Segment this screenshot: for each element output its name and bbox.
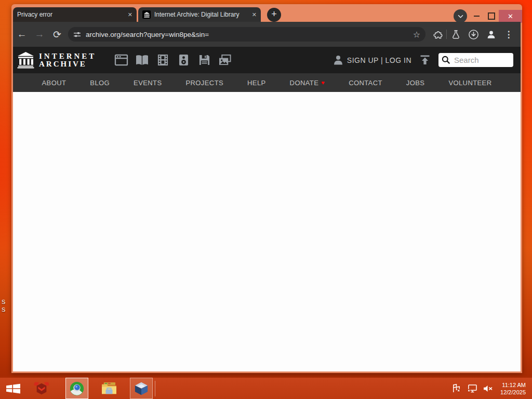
- site-settings-icon[interactable]: [73, 31, 81, 38]
- internet-archive-header: INTERNET ARCHIVE: [13, 47, 521, 73]
- ia-nav-bar: ABOUT BLOG EVENTS PROJECTS HELP DONATE♥ …: [13, 73, 521, 92]
- windows-logo-icon: [6, 382, 21, 395]
- maximize-button[interactable]: [488, 12, 495, 20]
- tab-close-icon[interactable]: ✕: [128, 11, 132, 18]
- nav-donate[interactable]: DONATE♥: [290, 79, 325, 87]
- tab-privacy-error[interactable]: Privacy error ✕: [13, 7, 137, 22]
- chevron-down-icon: [458, 15, 463, 18]
- profile-icon[interactable]: [482, 30, 500, 39]
- internet-archive-favicon: [142, 10, 151, 19]
- virtualbox-icon[interactable]: [130, 378, 153, 399]
- tab-title: Privacy error: [17, 11, 125, 18]
- nav-help[interactable]: HELP: [247, 79, 266, 87]
- minimize-button[interactable]: [474, 16, 480, 17]
- ia-header-right: SIGN UP | LOG IN: [334, 53, 513, 67]
- tab-internet-archive[interactable]: Internet Archive: Digital Library ✕: [138, 7, 261, 22]
- desktop: S S Privacy error ✕ Internet Archive: Di…: [0, 0, 532, 399]
- heart-icon: ♥: [321, 79, 325, 86]
- back-icon[interactable]: ←: [13, 29, 31, 40]
- nav-about[interactable]: ABOUT: [42, 79, 66, 87]
- address-bar[interactable]: archive.org/search?query=win8pe&sin= ☆: [68, 27, 425, 42]
- internet-archive-logo-icon: [17, 51, 34, 69]
- media-type-icons: [111, 54, 235, 66]
- nav-jobs[interactable]: JOBS: [406, 79, 425, 87]
- desktop-icon-label-fragment: S: [2, 307, 5, 313]
- tab-search-button[interactable]: [454, 9, 467, 23]
- clock-date: 12/2/2025: [500, 389, 526, 396]
- file-explorer-icon[interactable]: [98, 378, 121, 399]
- browser-menu-icon[interactable]: ⋮: [500, 29, 517, 40]
- bookmark-star-icon[interactable]: ☆: [413, 30, 420, 39]
- tab-title: Internet Archive: Digital Library: [154, 11, 249, 18]
- window-titlebar[interactable]: Privacy error ✕ Internet Archive: Digita…: [11, 4, 522, 22]
- experiments-flask-icon[interactable]: [447, 30, 464, 39]
- action-center-flag-icon[interactable]: [452, 384, 461, 393]
- nav-projects[interactable]: PROJECTS: [186, 79, 224, 87]
- web-icon[interactable]: [111, 54, 131, 66]
- ia-search-box[interactable]: [438, 53, 513, 67]
- close-window-button[interactable]: ✕: [499, 10, 522, 23]
- clock-time: 11:12 AM: [500, 381, 526, 389]
- network-status-icon[interactable]: [467, 384, 477, 393]
- ia-search-input[interactable]: [453, 55, 505, 65]
- forward-icon[interactable]: →: [31, 29, 48, 40]
- user-icon: [334, 55, 343, 65]
- nav-contact[interactable]: CONTACT: [349, 79, 382, 87]
- taskbar-separator: [155, 381, 155, 396]
- taskbar-clock[interactable]: 11:12 AM 12/2/2025: [500, 381, 526, 396]
- nav-volunteer[interactable]: VOLUNTEER: [448, 79, 491, 87]
- texts-icon[interactable]: [131, 55, 152, 66]
- volume-muted-icon[interactable]: [483, 384, 493, 393]
- page-content: [13, 92, 521, 371]
- internet-archive-wordmark: INTERNET ARCHIVE: [39, 52, 96, 68]
- downloads-icon[interactable]: [464, 29, 482, 40]
- tab-close-icon[interactable]: ✕: [252, 11, 257, 18]
- new-tab-button[interactable]: +: [267, 8, 281, 22]
- red-box-app-icon[interactable]: [26, 378, 57, 399]
- nav-events[interactable]: EVENTS: [134, 79, 162, 87]
- browser-window: Privacy error ✕ Internet Archive: Digita…: [11, 4, 522, 373]
- images-icon[interactable]: [215, 54, 235, 66]
- start-button[interactable]: [0, 378, 26, 399]
- audio-icon[interactable]: [173, 54, 194, 66]
- taskbar: 11:12 AM 12/2/2025: [0, 378, 532, 399]
- nav-blog[interactable]: BLOG: [90, 79, 110, 87]
- system-tray: 11:12 AM 12/2/2025: [449, 381, 528, 396]
- toolbar-actions: ⋮: [429, 29, 517, 40]
- signup-login-link[interactable]: SIGN UP | LOG IN: [347, 56, 411, 64]
- reload-icon[interactable]: ⟳: [48, 29, 66, 41]
- upload-icon[interactable]: [420, 55, 430, 65]
- extensions-icon[interactable]: [429, 30, 446, 39]
- video-icon[interactable]: [152, 54, 173, 66]
- url-text[interactable]: archive.org/search?query=win8pe&sin=: [86, 31, 413, 38]
- chrome-browser-taskbar-icon[interactable]: [65, 378, 88, 399]
- search-icon: [442, 56, 450, 64]
- browser-toolbar: ← → ⟳ archive.org/search?query=win8pe&si…: [13, 22, 521, 47]
- software-icon[interactable]: [194, 54, 215, 66]
- internet-archive-logo[interactable]: INTERNET ARCHIVE: [17, 51, 96, 69]
- desktop-icon-label-fragment: S: [2, 299, 5, 305]
